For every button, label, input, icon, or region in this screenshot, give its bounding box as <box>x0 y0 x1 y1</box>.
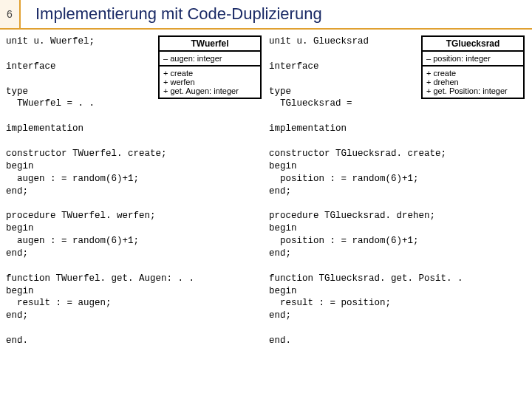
uml-box-tgluecksrad: TGluecksrad – position: integer + create… <box>421 35 525 99</box>
uml-op: + drehen <box>426 78 519 86</box>
uml-operations: + create + drehen + get. Position: integ… <box>423 66 523 98</box>
uml-op: + create <box>426 69 519 78</box>
uml-attributes: – position: integer <box>423 52 523 66</box>
uml-op: + get. Position: integer <box>426 86 519 95</box>
uml-op: + create <box>163 69 256 78</box>
slide-title: Implementierung mit Code-Duplizierung <box>21 4 532 24</box>
uml-box-twuerfel: TWuerfel – augen: integer + create + wer… <box>158 35 262 99</box>
slide-content: TWuerfel – augen: integer + create + wer… <box>0 30 532 347</box>
left-column: TWuerfel – augen: integer + create + wer… <box>6 35 263 347</box>
uml-op: + werfen <box>163 78 256 86</box>
slide-header: 6 Implementierung mit Code-Duplizierung <box>0 0 532 30</box>
right-column: TGluecksrad – position: integer + create… <box>269 35 526 347</box>
uml-class-name: TWuerfel <box>160 37 260 52</box>
uml-class-name: TGluecksrad <box>423 37 523 52</box>
uml-attributes: – augen: integer <box>160 52 260 66</box>
slide-number: 6 <box>0 0 21 28</box>
uml-operations: + create + werfen + get. Augen: integer <box>160 66 260 98</box>
uml-op: + get. Augen: integer <box>163 86 256 95</box>
